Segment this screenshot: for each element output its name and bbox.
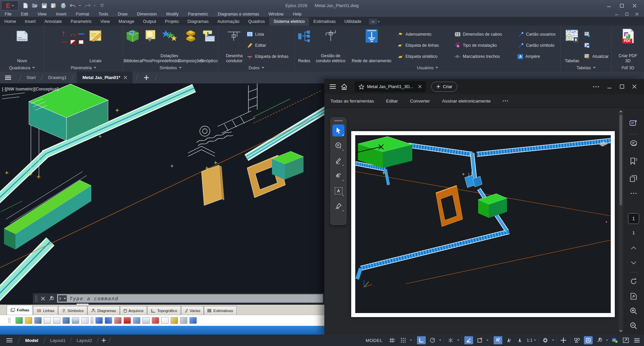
snowflake-icon[interactable] bbox=[81, 317, 89, 324]
snap-cursor-icon[interactable] bbox=[505, 336, 513, 344]
settings-wrench-icon[interactable] bbox=[180, 317, 187, 324]
status-menu-icon[interactable] bbox=[633, 336, 641, 344]
new-sheet-icon[interactable] bbox=[15, 317, 23, 324]
app-logo-button[interactable]: E bbox=[1, 1, 18, 10]
ribbon-tab-annotate[interactable]: Annotate bbox=[40, 17, 66, 26]
crosshair-icon[interactable] bbox=[559, 336, 568, 344]
qat-customize-icon[interactable] bbox=[99, 3, 105, 9]
zoom-out-icon[interactable] bbox=[630, 322, 637, 330]
pdf-scrollbar[interactable] bbox=[619, 110, 623, 333]
current-page-field[interactable]: 1 bbox=[628, 213, 639, 224]
desenha-condutor-button[interactable]: Desenha condutor bbox=[224, 27, 245, 64]
tab-folhas[interactable]: Folhas bbox=[7, 305, 33, 315]
fit-page-icon[interactable] bbox=[630, 293, 637, 300]
ribbon-tab-projeto[interactable]: Projeto bbox=[160, 17, 183, 26]
isodraft-icon[interactable] bbox=[446, 336, 455, 344]
redes-button[interactable]: Redes bbox=[296, 27, 313, 64]
etiqueta-linhas-button[interactable]: Etiqueta de linhas bbox=[247, 53, 288, 59]
layout-menu-icon[interactable] bbox=[3, 338, 15, 343]
assinar-menu[interactable]: Assinar eletronicamente bbox=[442, 99, 491, 104]
pdf-page[interactable] bbox=[351, 131, 615, 317]
snap-mode-icon[interactable] bbox=[399, 336, 408, 344]
polar-tracking-icon[interactable] bbox=[428, 336, 437, 344]
plot-color-icon[interactable] bbox=[114, 317, 122, 324]
page-thumbnails-icon[interactable] bbox=[630, 175, 638, 182]
layout-grid-icon[interactable] bbox=[142, 317, 150, 324]
linha-azul-icon[interactable] bbox=[78, 31, 85, 37]
menu-tools[interactable]: Tools bbox=[94, 12, 113, 16]
select-tool[interactable] bbox=[332, 124, 344, 137]
converter-menu[interactable]: Converter bbox=[410, 99, 430, 104]
doc-restore-button[interactable] bbox=[625, 12, 629, 16]
annotation-scale[interactable]: 1:1 bbox=[527, 338, 536, 343]
tabelas-button[interactable]: Tabelas bbox=[562, 27, 582, 64]
undo-blue-icon[interactable] bbox=[95, 317, 103, 324]
ribbon-tab-parametric[interactable]: Parametric bbox=[66, 17, 96, 26]
tracado-icon[interactable] bbox=[62, 39, 68, 45]
scroll-down-icon[interactable] bbox=[619, 330, 622, 332]
ribbon-tab-home[interactable]: Home bbox=[0, 17, 20, 26]
etiqueta-sintetico-button[interactable]: Etiqueta sintético bbox=[397, 53, 451, 59]
tab-linhas[interactable]: Linhas bbox=[33, 306, 58, 315]
tab-simbolos[interactable]: Símbolos bbox=[58, 306, 87, 315]
ribbon-collapse-icon[interactable] bbox=[369, 19, 377, 25]
ampere-button[interactable]: A Ampère bbox=[517, 54, 559, 59]
command-input[interactable]: Type a command bbox=[57, 294, 323, 303]
redo-icon[interactable] bbox=[84, 3, 90, 9]
menu-window[interactable]: Window bbox=[264, 12, 288, 16]
sidebar-more-icon[interactable] bbox=[631, 193, 637, 194]
pdf-red-icon[interactable] bbox=[124, 317, 131, 324]
selection-cursor-icon[interactable] bbox=[516, 336, 524, 344]
pdf-scrollbar-thumb[interactable] bbox=[619, 115, 622, 205]
object-snap-icon[interactable] bbox=[475, 336, 484, 344]
close-button[interactable] bbox=[633, 4, 637, 8]
edit-pencil-icon[interactable] bbox=[133, 317, 140, 324]
editar-button[interactable]: Editar bbox=[247, 42, 288, 48]
command-bar[interactable]: Type a command bbox=[33, 293, 324, 304]
osnap-dropdown-icon[interactable] bbox=[487, 340, 489, 341]
ribbon-tab-view[interactable]: View bbox=[96, 17, 114, 26]
ribbon-tab-diagramas[interactable]: Diagramas bbox=[183, 17, 213, 26]
tabela-config-button[interactable] bbox=[584, 31, 610, 37]
pdf-menu-icon[interactable] bbox=[327, 81, 338, 92]
menu-diagramas-e-sistemas[interactable]: Diagramas e sistemas bbox=[213, 12, 264, 16]
tabela-salvar-button[interactable] bbox=[584, 42, 610, 48]
panel-label-simbolos[interactable]: Símbolos bbox=[123, 64, 218, 72]
file-tab-active[interactable]: Metal Jas_Plan01* bbox=[77, 72, 133, 83]
close-command-icon[interactable] bbox=[41, 297, 45, 301]
etiqueta-de-linhas-button[interactable]: Etiqueta de linhas bbox=[397, 42, 451, 48]
draw-tool[interactable] bbox=[332, 170, 344, 182]
palette-drag-handle[interactable] bbox=[334, 120, 343, 121]
model-tab[interactable]: Model bbox=[22, 338, 41, 343]
model-space-badge[interactable]: MODEL bbox=[363, 338, 385, 343]
autosnap-marker-icon[interactable] bbox=[494, 336, 502, 344]
ribbon-tab-quadros[interactable]: Quadros bbox=[244, 17, 269, 26]
branch-yellow-icon[interactable] bbox=[171, 317, 178, 324]
layout1-tab[interactable]: Layout1 bbox=[48, 338, 67, 343]
arco-icon[interactable] bbox=[70, 31, 77, 37]
pdf-more-options-icon[interactable] bbox=[593, 86, 599, 87]
ortho-mode-icon[interactable] bbox=[417, 336, 426, 344]
novo-button[interactable]: Novo bbox=[11, 27, 33, 64]
tab-varias[interactable]: Varias bbox=[181, 306, 204, 315]
gestao-conduto-button[interactable]: Gestão de conduto elétrico bbox=[315, 27, 347, 64]
file-tab-close-icon[interactable] bbox=[124, 76, 127, 79]
menu-draw[interactable]: Draw bbox=[113, 12, 132, 16]
marker-red-icon[interactable] bbox=[152, 317, 159, 324]
doc-copy-icon[interactable] bbox=[44, 317, 51, 324]
plot-icon[interactable] bbox=[60, 3, 66, 9]
criar-pdf-3d-button[interactable]: PDF Criar PDF 3D bbox=[616, 27, 640, 64]
adensamento-button[interactable]: Adensamento bbox=[397, 31, 451, 37]
menu-edit[interactable]: Edit bbox=[16, 12, 33, 16]
layout2-tab[interactable]: Layout2 bbox=[75, 338, 94, 343]
comments-panel-icon[interactable] bbox=[630, 140, 638, 147]
panel-label-usuarios[interactable]: Usuários bbox=[295, 64, 560, 72]
menu-insert[interactable]: Insert bbox=[51, 12, 71, 16]
customization-wrench-icon[interactable] bbox=[595, 336, 604, 344]
ribbon-tab-insert[interactable]: Insert bbox=[20, 17, 40, 26]
doc-minimize-button[interactable] bbox=[615, 12, 618, 16]
new-file-icon[interactable] bbox=[22, 3, 29, 9]
composicoes-button[interactable]: Composições bbox=[181, 27, 200, 64]
zoom-in-icon[interactable] bbox=[630, 307, 637, 315]
tab-arquivos[interactable]: Arquivos bbox=[120, 306, 147, 315]
